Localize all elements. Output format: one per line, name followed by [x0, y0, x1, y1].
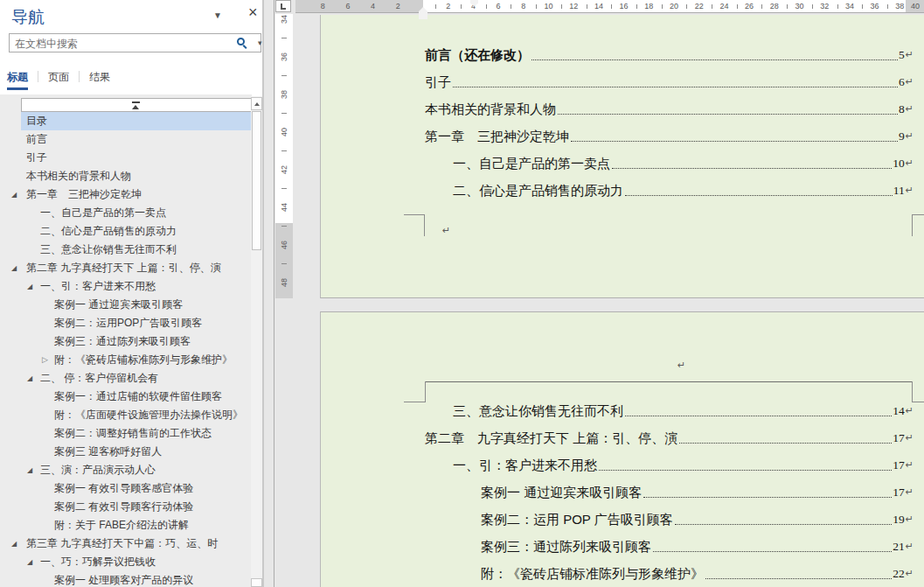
paragraph-mark: ↵	[677, 360, 685, 371]
search-options-caret-icon[interactable]: ▾	[258, 38, 262, 47]
nav-item[interactable]: 二、信心是产品销售的原动力	[0, 222, 252, 241]
nav-item[interactable]: 附：关于 FABE介绍法的讲解	[0, 516, 252, 535]
ruler-tick	[812, 4, 813, 9]
nav-item[interactable]: 案例三 迎客称呼好留人	[0, 443, 252, 461]
tab-pages[interactable]: 页面	[48, 70, 69, 87]
nav-item[interactable]: ◢二、 停：客户停留机会有	[0, 369, 252, 388]
search-icon[interactable]	[237, 38, 249, 50]
toc-entry[interactable]: 引子6↵	[425, 68, 914, 95]
pane-options-caret-icon[interactable]: ▼	[213, 10, 222, 20]
nav-item[interactable]: ◢第一章 三把神沙定乾坤	[0, 185, 252, 204]
toc-entry-text[interactable]: 第二章 九字真经打天下 上篇：引、停、演	[425, 424, 677, 451]
nav-item[interactable]: ◢一、巧：巧解异议把钱收	[0, 553, 252, 571]
scrollbar-up-icon[interactable]	[251, 97, 262, 110]
nav-item[interactable]: 目录	[0, 112, 252, 130]
nav-item[interactable]: 案例三：通过陈列来吸引顾客	[0, 332, 252, 351]
nav-item[interactable]: 本书相关的背景和人物	[0, 167, 252, 185]
nav-item-label: 一、巧：巧解异议把钱收	[40, 553, 156, 571]
nav-item[interactable]: 前言	[0, 130, 252, 149]
toc-entry[interactable]: 案例二：运用 POP 广告吸引顾客19↵	[425, 506, 914, 533]
toc-entry[interactable]: 三、意念让你销售无往而不利14↵	[425, 397, 914, 424]
toc-entry-text[interactable]: 三、意念让你销售无往而不利	[453, 397, 623, 424]
collapse-triangle-icon[interactable]: ◢	[11, 259, 17, 277]
collapse-triangle-icon[interactable]: ◢	[27, 369, 32, 388]
toc-entry-text[interactable]: 第一章 三把神沙定乾坤	[425, 122, 569, 150]
ruler-tick	[281, 188, 287, 189]
ruler-tick	[887, 4, 888, 9]
toc-entry[interactable]: 二、信心是产品销售的原动力11↵	[425, 177, 914, 204]
toc-entry[interactable]: 一、自己是产品的第一卖点10↵	[425, 150, 914, 177]
toc-page-number: 9	[899, 122, 905, 150]
scroll-to-top-button[interactable]	[21, 98, 252, 112]
toc-entry-text[interactable]: 一、自己是产品的第一卖点	[453, 150, 610, 177]
ruler-tick	[281, 263, 287, 264]
nav-item[interactable]: ◢第三章 九字真经打天下中篇：巧、运、时	[0, 535, 252, 553]
nav-item[interactable]: 附：《店面硬件设施管理办法操作说明》	[0, 406, 252, 424]
toc-entry-text[interactable]: 一、引：客户进来不用愁	[453, 451, 597, 479]
nav-item[interactable]: 案例一 有效引导顾客感官体验	[0, 479, 252, 498]
nav-item-label: 案例三：通过陈列来吸引顾客	[54, 332, 191, 351]
toc-dot-leader	[625, 195, 893, 196]
expand-triangle-icon[interactable]: ▷	[42, 351, 48, 369]
pane-close-icon[interactable]: ×	[248, 3, 258, 22]
scroll-to-top-icon	[132, 101, 140, 103]
toc-entry[interactable]: 案例三：通过陈列来吸引顾客21↵	[425, 533, 914, 560]
ruler-number: 4	[366, 2, 380, 10]
ruler-number: 40	[280, 126, 288, 138]
scrollbar-thumb[interactable]	[252, 111, 261, 250]
toc-page-number: 8	[899, 95, 905, 122]
nav-item-label: 一、自己是产品的第一卖点	[40, 204, 166, 222]
toc-entry[interactable]: 案例一 通过迎宾来吸引顾客17↵	[425, 479, 914, 506]
toc-entry[interactable]: 本书相关的背景和人物8↵	[425, 95, 914, 122]
toc-entry-text[interactable]: 二、信心是产品销售的原动力	[453, 177, 623, 204]
scrollbar-down-icon[interactable]	[251, 578, 262, 587]
tab-separator	[38, 71, 38, 82]
toc-entry[interactable]: 第一章 三把神沙定乾坤9↵	[425, 122, 914, 150]
navigation-pane: 导航 ▼ × 在文档中搜索 ▾ 标题 页面 结果 目录前言引子本书相关的背景和人…	[0, 0, 262, 587]
collapse-triangle-icon[interactable]: ◢	[27, 553, 32, 571]
ruler-tick	[837, 4, 838, 9]
tab-stop-selector[interactable]	[275, 0, 291, 12]
nav-item[interactable]: ◢三、演：产品演示动人心	[0, 461, 252, 479]
toc-entry[interactable]: 附：《瓷砖店铺标准陈列与形象维护》22↵	[425, 560, 914, 587]
search-input[interactable]: 在文档中搜索 ▾	[9, 33, 261, 52]
tab-results[interactable]: 结果	[89, 70, 110, 87]
nav-item[interactable]: 案例一：通过店铺的软硬件留住顾客	[0, 388, 252, 406]
tab-headings[interactable]: 标题	[7, 70, 28, 90]
toc-entry-text[interactable]: 前言（还在修改）	[425, 41, 530, 68]
toc-entry-text[interactable]: 案例一 通过迎宾来吸引顾客	[481, 479, 642, 506]
nav-item[interactable]: 一、自己是产品的第一卖点	[0, 204, 252, 222]
nav-item[interactable]: ▷附：《瓷砖店铺标准陈列与形象维护》	[0, 351, 252, 369]
collapse-triangle-icon[interactable]: ◢	[11, 535, 17, 553]
nav-item[interactable]: ◢第二章 九字真经打天下 上篇：引、停、演	[0, 259, 252, 277]
collapse-triangle-icon[interactable]: ◢	[11, 185, 17, 204]
toc-entry[interactable]: 第二章 九字真经打天下 上篇：引、停、演17↵	[425, 424, 914, 451]
toc-entry-text[interactable]: 案例三：通过陈列来吸引顾客	[481, 533, 651, 560]
collapse-triangle-icon[interactable]: ◢	[27, 461, 32, 479]
toc-entry-text[interactable]: 案例二：运用 POP 广告吸引顾客	[481, 506, 673, 533]
nav-item[interactable]: ◢一、引：客户进来不用愁	[0, 277, 252, 296]
horizontal-ruler[interactable]: 8642246810121416182022242628303234363840	[295, 0, 924, 13]
toc-entry-text[interactable]: 本书相关的背景和人物	[425, 95, 556, 122]
paragraph-mark: ↵	[906, 177, 914, 204]
nav-item[interactable]: 案例二：调整好销售前的工作状态	[0, 424, 252, 443]
nav-item-label: 二、信心是产品销售的原动力	[40, 222, 177, 241]
toc-dot-leader	[599, 470, 892, 471]
toc-entry-text[interactable]: 附：《瓷砖店铺标准陈列与形象维护》	[481, 560, 704, 587]
toc-entry[interactable]: 一、引：客户进来不用愁17↵	[425, 451, 914, 479]
document-page-2[interactable]: ↵ 三、意念让你销售无往而不利14↵第二章 九字真经打天下 上篇：引、停、演17…	[320, 311, 924, 587]
collapse-triangle-icon[interactable]: ◢	[27, 277, 32, 296]
nav-item[interactable]: 引子	[0, 149, 252, 167]
nav-scrollbar[interactable]	[251, 96, 262, 587]
nav-item[interactable]: 案例二：运用POP广告吸引顾客	[0, 314, 252, 332]
nav-item-label: 前言	[26, 130, 47, 149]
document-page-1[interactable]: 前言（还在修改）5↵引子6↵本书相关的背景和人物8↵第一章 三把神沙定乾坤9↵一…	[320, 15, 924, 298]
toc-entry[interactable]: 前言（还在修改）5↵	[425, 41, 914, 68]
paragraph-mark: ↵	[906, 95, 914, 122]
toc-entry-text[interactable]: 引子	[425, 68, 451, 95]
nav-item[interactable]: 案例二 有效引导顾客行动体验	[0, 498, 252, 516]
nav-item[interactable]: 案例一 处理顾客对产品的异议	[0, 571, 252, 587]
vertical-ruler[interactable]: 3436384042444648	[275, 14, 293, 298]
nav-item[interactable]: 三、意念让你销售无往而不利	[0, 241, 252, 259]
nav-item[interactable]: 案例一 通过迎宾来吸引顾客	[0, 296, 252, 314]
